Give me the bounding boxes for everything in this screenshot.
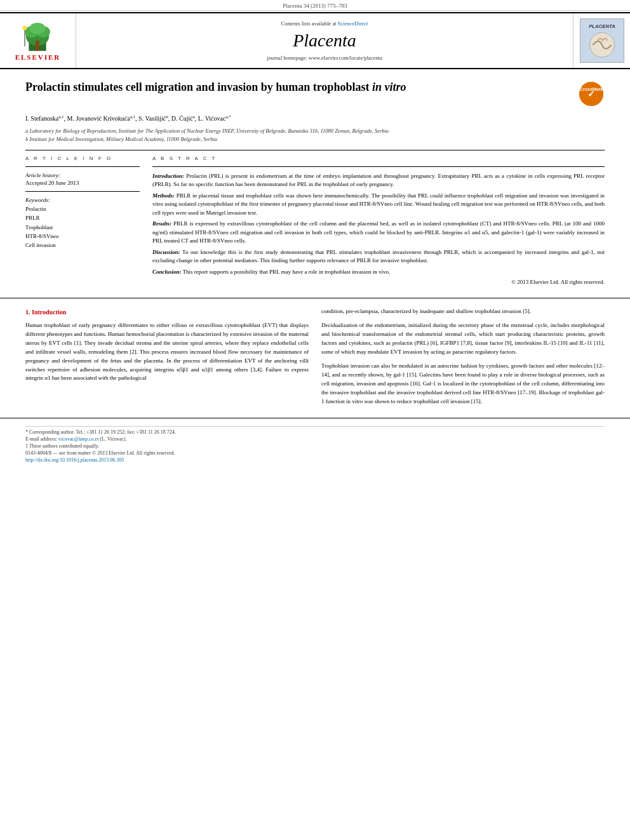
body-col-left: 1. Introduction Human trophoblast of ear… <box>25 307 309 411</box>
article-info-label: A R T I C L E I N F O <box>25 156 140 161</box>
section1-heading: 1. Introduction <box>25 307 309 317</box>
affiliation-a: a Laboratory for Biology of Reproduction… <box>25 127 605 135</box>
placenta-logo-icon: PLACENTA <box>580 18 624 63</box>
discussion-title: Discussion: <box>152 249 180 255</box>
svg-rect-6 <box>25 29 26 46</box>
svg-point-7 <box>23 25 27 30</box>
abstract-column: A B S T R A C T Introduction: Prolactin … <box>152 156 605 286</box>
elsevier-wordmark: ELSEVIER <box>15 53 61 61</box>
keyword-htr8: HTR-8/SVneo <box>25 232 140 241</box>
email-label: E-mail address: <box>25 436 57 442</box>
body-para-2: condition, pre-eclampsia, characterized … <box>321 307 605 316</box>
svg-point-4 <box>30 23 46 34</box>
journal-header: ELSEVIER Contents lists available at Sci… <box>0 12 630 69</box>
info-divider <box>25 166 140 167</box>
svg-text:CrossMark: CrossMark <box>580 87 603 91</box>
footnotes: * Corresponding author. Tel.: +381 11 26… <box>25 426 605 449</box>
elsevier-logo-area: ELSEVIER <box>0 13 76 68</box>
keywords-group: Keywords: Prolactin PRLR Trophoblast HTR… <box>25 197 140 250</box>
email-note: (L. Vićovac). <box>100 436 126 442</box>
keyword-cell-invasion: Cell invasion <box>25 241 140 250</box>
contents-available-text: Contents lists available at ScienceDirec… <box>281 20 368 27</box>
keyword-prlr: PRLR <box>25 213 140 222</box>
elsevier-tree-icon <box>15 20 60 52</box>
abstract-conclusion: Conclusion: This report supports a possi… <box>152 268 605 277</box>
conclusion-title: Conclusion: <box>152 269 182 275</box>
crossmark-icon[interactable]: ✓ CrossMark <box>579 82 603 106</box>
authors-line: I. Stefanoskaa,1, M. Jovanović Krivokuća… <box>25 114 605 123</box>
footnote-1: 1 These authors contributed equally. <box>25 443 605 449</box>
crossmark-badge[interactable]: ✓ CrossMark <box>579 82 605 107</box>
abstract-label: A B S T R A C T <box>152 156 605 161</box>
sciencedirect-link[interactable]: ScienceDirect <box>338 20 368 27</box>
intro-text: Prolactin (PRL) is present in endometriu… <box>152 173 605 188</box>
body-para-1: Human trophoblast of early pregnancy dif… <box>25 321 309 383</box>
title-area: Prolactin stimulates cell migration and … <box>25 79 605 107</box>
body-para-4: Trophoblast invasion can also be modulat… <box>321 362 605 406</box>
abstract-discussion: Discussion: To our knowledge this is the… <box>152 248 605 265</box>
email-line: E-mail address: vicovac@inep.co.rs (L. V… <box>25 436 605 442</box>
svg-text:PLACENTA: PLACENTA <box>589 23 615 29</box>
doi-link[interactable]: http://dx.doi.org/10.1016/j.placenta.201… <box>25 457 124 463</box>
header-divider <box>25 150 605 150</box>
keywords-label: Keywords: <box>25 197 140 203</box>
title-block: Prolactin stimulates cell migration and … <box>25 79 569 100</box>
footnote-star: * Corresponding author. Tel.: +381 11 26… <box>25 429 605 435</box>
discussion-text: To our knowledge this is the first study… <box>152 249 605 264</box>
methods-text: PRLR in placental tissue and trophoblast… <box>152 192 605 216</box>
accepted-date: Accepted 20 June 2013 <box>25 180 140 186</box>
article-header: Prolactin stimulates cell migration and … <box>0 69 630 295</box>
doi-line: http://dx.doi.org/10.1016/j.placenta.201… <box>25 457 605 463</box>
placenta-logo-area: PLACENTA <box>573 13 630 68</box>
article-title: Prolactin stimulates cell migration and … <box>25 79 569 95</box>
keyword-trophoblast: Trophoblast <box>25 223 140 232</box>
keyword-list: Prolactin PRLR Trophoblast HTR-8/SVneo C… <box>25 204 140 250</box>
svg-rect-5 <box>36 41 39 51</box>
results-title: Results: <box>152 220 171 227</box>
and-text: and <box>570 340 578 346</box>
methods-title: Methods: <box>152 192 175 199</box>
journal-title: Placenta <box>293 30 356 51</box>
article-history: Article history: Accepted 20 June 2013 <box>25 172 140 186</box>
abstract-intro: Introduction: Prolactin (PRL) is present… <box>152 172 605 189</box>
keywords-divider <box>25 191 140 192</box>
history-label: Article history: <box>25 172 140 178</box>
copyright-line: © 2013 Elsevier Ltd. All rights reserved… <box>152 279 605 285</box>
journal-homepage: journal homepage: www.elsevier.com/locat… <box>267 55 382 61</box>
intro-title: Introduction: <box>152 173 184 179</box>
issn-line: 0143-4004/$ — see front matter © 2013 El… <box>25 450 605 456</box>
article-info-abstract: A R T I C L E I N F O Article history: A… <box>25 156 605 286</box>
conclusion-text: This report supports a possibility that … <box>183 269 391 275</box>
elsevier-logo: ELSEVIER <box>15 20 61 61</box>
citation-bar: Placenta 34 (2013) 775–783 <box>0 0 630 11</box>
abstract-divider <box>152 166 605 167</box>
body-two-col: 1. Introduction Human trophoblast of ear… <box>25 298 605 411</box>
journal-name-area: Contents lists available at ScienceDirec… <box>76 13 573 68</box>
body-col-right: condition, pre-eclampsia, characterized … <box>321 307 605 411</box>
affiliation-b: b Institute for Medical Investigation, M… <box>25 135 605 143</box>
main-content: 1. Introduction Human trophoblast of ear… <box>0 298 630 411</box>
keyword-prolactin: Prolactin <box>25 204 140 213</box>
abstract-results: Results: PRLR is expressed by extravillo… <box>152 220 605 246</box>
affiliations: a Laboratory for Biology of Reproduction… <box>25 127 605 143</box>
citation-text: Placenta 34 (2013) 775–783 <box>283 3 347 9</box>
placenta-journal-logo: PLACENTA <box>580 18 624 63</box>
article-info-column: A R T I C L E I N F O Article history: A… <box>25 156 140 286</box>
body-para-3: Decidualization of the endometrium, init… <box>321 321 605 357</box>
results-text: PRLR is expressed by extravillous cytotr… <box>152 220 605 244</box>
email-link[interactable]: vicovac@inep.co.rs <box>58 436 98 442</box>
abstract-methods: Methods: PRLR in placental tissue and tr… <box>152 192 605 218</box>
page-footer: * Corresponding author. Tel.: +381 11 26… <box>0 418 630 463</box>
